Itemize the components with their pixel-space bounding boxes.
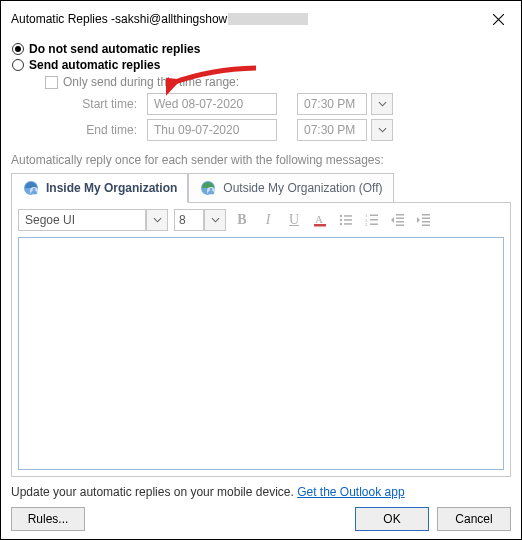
time-range-block: Only send during this time range: Start … — [45, 75, 511, 141]
svg-rect-27 — [422, 218, 430, 220]
radio-do-not-send-label: Do not send automatic replies — [29, 42, 200, 56]
footer-note: Update your automatic replies on your mo… — [11, 485, 511, 499]
outdent-button[interactable] — [388, 210, 408, 230]
cancel-button[interactable]: Cancel — [437, 507, 511, 531]
indent-button[interactable] — [414, 210, 434, 230]
chevron-down-icon — [211, 217, 220, 223]
bullet-list-icon — [338, 212, 354, 228]
dialog-body: Do not send automatic replies Send autom… — [1, 37, 521, 539]
inside-org-icon — [22, 179, 40, 197]
radio-do-not-send-row[interactable]: Do not send automatic replies — [11, 42, 511, 56]
svg-rect-24 — [396, 221, 404, 223]
svg-text:A: A — [315, 213, 323, 225]
svg-rect-15 — [344, 223, 352, 225]
time-range-checkbox-row: Only send during this time range: — [45, 75, 511, 89]
font-color-icon: A — [312, 212, 328, 228]
start-time-combo[interactable]: 07:30 PM — [297, 93, 367, 115]
close-button[interactable] — [481, 7, 515, 31]
end-date-combo[interactable]: Thu 09-07-2020 — [147, 119, 277, 141]
number-list-icon: 123 — [364, 212, 380, 228]
svg-rect-22 — [396, 214, 404, 216]
rules-button[interactable]: Rules... — [11, 507, 85, 531]
svg-rect-17 — [370, 215, 378, 217]
radio-do-not-send[interactable] — [12, 43, 24, 55]
radio-send-row[interactable]: Send automatic replies — [11, 58, 511, 72]
number-list-button[interactable]: 123 — [362, 210, 382, 230]
svg-rect-29 — [422, 225, 430, 227]
title-prefix: Automatic Replies - — [11, 12, 115, 26]
indent-icon — [416, 212, 432, 228]
svg-rect-25 — [396, 225, 404, 227]
svg-rect-9 — [314, 224, 326, 227]
svg-rect-19 — [370, 219, 378, 221]
svg-point-14 — [340, 223, 342, 225]
window-title: Automatic Replies - sakshi@allthingshow — [11, 12, 308, 26]
tab-outside-org[interactable]: Outside My Organization (Off) — [188, 173, 393, 202]
outside-org-icon — [199, 179, 217, 197]
radio-send[interactable] — [12, 59, 24, 71]
font-color-button[interactable]: A — [310, 210, 330, 230]
radio-send-label: Send automatic replies — [29, 58, 160, 72]
message-editor[interactable] — [18, 237, 504, 470]
svg-rect-26 — [422, 214, 430, 216]
font-name-combo[interactable]: Segoe UI — [18, 209, 168, 231]
editor-toolbar: Segoe UI 8 B I U A 123 — [18, 209, 504, 231]
chevron-down-icon — [378, 127, 387, 133]
section-note: Automatically reply once for each sender… — [11, 153, 511, 167]
svg-point-7 — [210, 188, 213, 191]
svg-rect-28 — [422, 221, 430, 223]
start-time-label: Start time: — [63, 97, 143, 111]
time-grid: Start time: Wed 08-07-2020 07:30 PM End … — [63, 93, 511, 141]
start-date-combo[interactable]: Wed 08-07-2020 — [147, 93, 277, 115]
end-time-dropdown[interactable] — [371, 119, 393, 141]
italic-button[interactable]: I — [258, 210, 278, 230]
svg-rect-13 — [344, 219, 352, 221]
automatic-replies-dialog: Automatic Replies - sakshi@allthingshow … — [0, 0, 522, 540]
font-size-dropdown[interactable] — [204, 209, 226, 231]
bold-button[interactable]: B — [232, 210, 252, 230]
svg-text:3: 3 — [365, 222, 368, 227]
tab-inside-label: Inside My Organization — [46, 181, 177, 195]
title-email: sakshi@allthingshow — [115, 12, 227, 26]
time-range-checkbox[interactable] — [45, 76, 58, 89]
bullet-list-button[interactable] — [336, 210, 356, 230]
chevron-down-icon — [378, 101, 387, 107]
outdent-icon — [390, 212, 406, 228]
svg-point-4 — [33, 188, 36, 191]
font-name-dropdown[interactable] — [146, 209, 168, 231]
end-time-combo[interactable]: 07:30 PM — [297, 119, 367, 141]
time-range-checkbox-label: Only send during this time range: — [63, 75, 239, 89]
get-outlook-app-link[interactable]: Get the Outlook app — [297, 485, 404, 499]
button-row: Rules... OK Cancel — [11, 507, 511, 531]
close-icon — [493, 14, 504, 25]
editor-frame: Segoe UI 8 B I U A 123 — [11, 202, 511, 477]
svg-rect-23 — [396, 218, 404, 220]
svg-point-10 — [340, 215, 342, 217]
svg-rect-11 — [344, 215, 352, 217]
titlebar: Automatic Replies - sakshi@allthingshow — [1, 1, 521, 37]
tab-inside-org[interactable]: Inside My Organization — [11, 173, 188, 203]
title-redacted — [228, 13, 308, 25]
footer-text: Update your automatic replies on your mo… — [11, 485, 297, 499]
start-time-dropdown[interactable] — [371, 93, 393, 115]
tabs: Inside My Organization Outside My Organi… — [11, 173, 511, 202]
svg-rect-21 — [370, 224, 378, 226]
ok-button[interactable]: OK — [355, 507, 429, 531]
chevron-down-icon — [153, 217, 162, 223]
end-time-label: End time: — [63, 123, 143, 137]
tab-outside-label: Outside My Organization (Off) — [223, 181, 382, 195]
svg-point-12 — [340, 219, 342, 221]
font-size-combo[interactable]: 8 — [174, 209, 226, 231]
underline-button[interactable]: U — [284, 210, 304, 230]
